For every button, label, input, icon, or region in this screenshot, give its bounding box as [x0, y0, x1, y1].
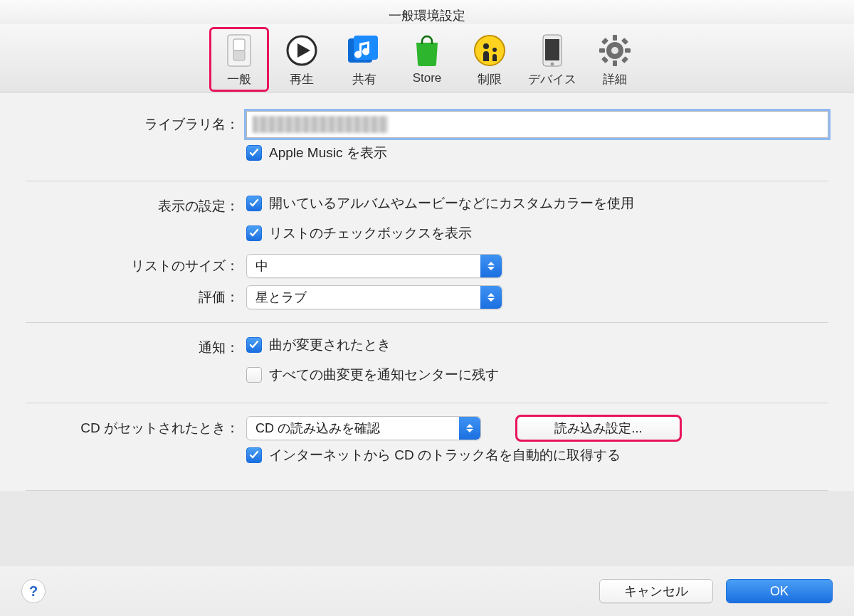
music-stack-icon — [345, 31, 384, 70]
svg-rect-15 — [613, 60, 617, 66]
toolbar-tab-label: デバイス — [528, 71, 576, 87]
help-button[interactable]: ? — [21, 579, 46, 603]
cancel-button-label: キャンセル — [624, 583, 688, 600]
import-settings-button-label: 読み込み設定... — [554, 420, 642, 437]
help-icon: ? — [29, 583, 38, 600]
list-checkboxes-label: リストのチェックボックスを表示 — [269, 224, 472, 243]
svg-rect-11 — [545, 39, 559, 60]
list-size-select[interactable]: 中 — [246, 254, 502, 278]
chevron-updown-icon — [480, 255, 502, 277]
svg-rect-2 — [233, 51, 245, 60]
toolbar-tab-label: 制限 — [478, 71, 502, 87]
list-size-label: リストのサイズ： — [26, 257, 246, 275]
toolbar-tab-label: 一般 — [227, 71, 251, 87]
svg-rect-14 — [613, 35, 617, 41]
notify-song-change-checkbox[interactable] — [246, 337, 262, 353]
toolbar-tab-label: 再生 — [290, 71, 314, 87]
ok-button-label: OK — [770, 584, 789, 599]
svg-point-7 — [475, 36, 505, 65]
display-settings-label: 表示の設定： — [26, 197, 246, 216]
dialog-footer: ? キャンセル OK — [0, 566, 854, 616]
notify-song-change-label: 曲が変更されたとき — [269, 336, 391, 354]
chevron-updown-icon — [459, 417, 480, 440]
cd-insert-select[interactable]: CD の読み込みを確認 — [246, 416, 481, 440]
library-name-label: ライブラリ名： — [26, 115, 246, 134]
preferences-window: 一般環境設定 一般 再生 — [0, 0, 854, 616]
auto-fetch-label: インターネットから CD のトラック名を自動的に取得する — [269, 446, 621, 464]
svg-point-8 — [483, 43, 489, 49]
custom-color-checkbox[interactable] — [246, 196, 262, 211]
phone-icon — [533, 31, 571, 70]
window-title: 一般環境設定 — [0, 0, 854, 24]
rating-label: 評価： — [26, 288, 246, 307]
toolbar-tab-label: 共有 — [352, 71, 376, 87]
play-icon — [283, 31, 321, 70]
ok-button[interactable]: OK — [726, 579, 833, 603]
list-size-value: 中 — [255, 257, 268, 275]
divider — [26, 490, 828, 491]
svg-rect-1 — [233, 39, 245, 51]
chevron-updown-icon — [480, 286, 502, 309]
custom-color-label: 開いているアルバムやムービーなどにカスタムカラーを使用 — [269, 194, 634, 213]
svg-rect-20 — [601, 56, 608, 63]
svg-rect-19 — [621, 38, 628, 45]
svg-point-9 — [492, 48, 497, 52]
general-pane: ライブラリ名： Apple Music を表示 表示の設定： — [0, 92, 854, 491]
svg-rect-21 — [621, 56, 628, 63]
toolbar-tab-sharing[interactable]: 共有 — [336, 28, 393, 90]
cd-insert-value: CD の読み込みを確認 — [255, 420, 380, 437]
divider — [26, 181, 828, 181]
svg-point-22 — [611, 47, 618, 54]
bag-icon — [408, 31, 446, 70]
cancel-button[interactable]: キャンセル — [599, 579, 713, 603]
notify-all-changes-checkbox[interactable] — [246, 367, 262, 383]
svg-rect-17 — [625, 48, 631, 53]
list-checkboxes-checkbox[interactable] — [246, 225, 262, 241]
toolbar-tab-advanced[interactable]: 詳細 — [586, 28, 643, 90]
import-settings-button[interactable]: 読み込み設定... — [517, 416, 680, 440]
preferences-toolbar: 一般 再生 共有 — [0, 24, 854, 92]
toolbar-tab-general[interactable]: 一般 — [211, 28, 268, 90]
rating-value: 星とラブ — [255, 289, 307, 306]
svg-point-12 — [551, 63, 554, 66]
toolbar-tab-store[interactable]: Store — [399, 28, 455, 90]
toolbar-tab-label: 詳細 — [603, 71, 627, 87]
gear-icon — [596, 31, 634, 70]
auto-fetch-checkbox[interactable] — [246, 447, 262, 463]
notification-label: 通知： — [26, 339, 246, 357]
toolbar-tab-devices[interactable]: デバイス — [524, 28, 581, 90]
svg-rect-16 — [599, 48, 605, 53]
toolbar-tab-label: Store — [413, 71, 442, 85]
apple-music-label: Apple Music を表示 — [269, 144, 387, 162]
apple-music-checkbox[interactable] — [246, 145, 262, 161]
parental-icon — [470, 31, 509, 70]
switch-icon — [220, 31, 258, 70]
cd-insert-label: CD がセットされたとき： — [26, 419, 246, 437]
toolbar-tab-playback[interactable]: 再生 — [273, 28, 330, 90]
notify-all-changes-label: すべての曲変更を通知センターに残す — [269, 366, 499, 384]
rating-select[interactable]: 星とラブ — [246, 285, 502, 309]
svg-rect-18 — [601, 38, 608, 45]
divider — [26, 322, 828, 323]
toolbar-tab-restrictions[interactable]: 制限 — [461, 28, 518, 90]
library-name-value-redacted — [253, 116, 388, 133]
divider — [26, 403, 828, 403]
library-name-input[interactable] — [246, 111, 828, 138]
